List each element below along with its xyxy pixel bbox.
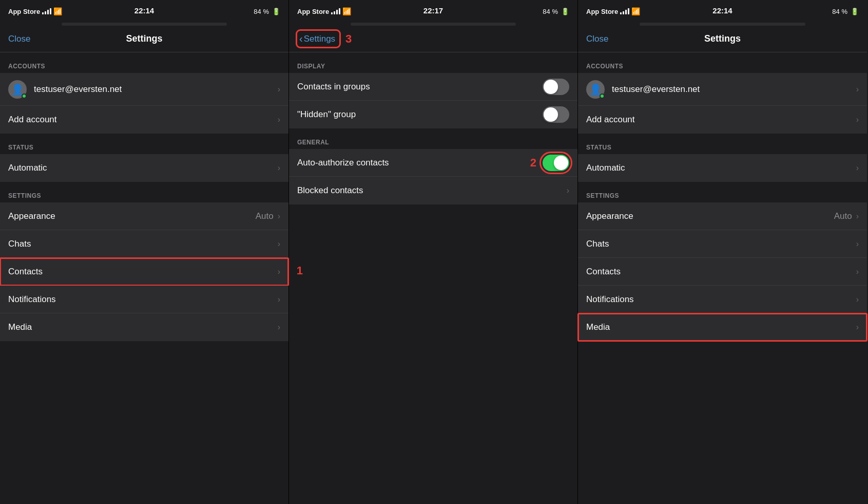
auto-authorize-label: Auto-authorize contacts (297, 158, 530, 168)
status-bar-left-2: App Store 📶 (297, 7, 351, 15)
signal-bar-2-4 (339, 8, 340, 14)
status-bar-right-3: 84 % 🔋 (832, 8, 859, 15)
appearance-label-3: Appearance (586, 211, 834, 221)
add-account-row-1[interactable]: Add account › (0, 106, 288, 134)
display-group-2: Contacts in groups "Hidden" group (289, 73, 577, 128)
blocked-contacts-row[interactable]: Blocked contacts › (289, 177, 577, 204)
section-header-settings-3: SETTINGS (578, 182, 867, 202)
chevron-appearance-3: › (856, 212, 859, 221)
hidden-group-row[interactable]: "Hidden" group (289, 101, 577, 128)
signal-bar-2-1 (331, 12, 333, 14)
account-row-1[interactable]: 👤 testuser@eversten.net › (0, 73, 288, 106)
appearance-row-1[interactable]: Appearance Auto › (0, 202, 288, 230)
status-group-1: Automatic › (0, 154, 288, 182)
nav-bar-3: Close Settings (578, 26, 867, 52)
chevron-add-account-3: › (856, 115, 859, 124)
media-row-1[interactable]: Media › (0, 313, 288, 341)
close-button-3[interactable]: Close (586, 34, 608, 44)
status-row-1[interactable]: Automatic › (0, 154, 288, 182)
account-row-3[interactable]: 👤 testuser@eversten.net › (578, 73, 867, 106)
section-header-accounts-3: ACCOUNTS (578, 52, 867, 73)
toggle-knob-auto-auth (554, 156, 568, 170)
carrier-label-1: App Store (8, 8, 40, 15)
signal-bar-4 (50, 8, 51, 14)
status-bar-right-2: 84 % 🔋 (543, 8, 569, 15)
add-account-row-3[interactable]: Add account › (578, 106, 867, 134)
auto-authorize-toggle[interactable] (543, 155, 569, 171)
settings-group-3: Appearance Auto › Chats › Contacts › Not… (578, 202, 867, 341)
nav-title-1: Settings (126, 33, 162, 44)
media-label-3: Media (586, 322, 856, 332)
status-label-1: Automatic (8, 163, 278, 173)
chevron-blocked: › (567, 186, 569, 195)
user-icon-3: 👤 (589, 83, 602, 96)
toggle-knob-contacts-groups (544, 80, 558, 94)
battery-icon-2: 🔋 (561, 8, 569, 15)
status-bar-right-1: 84 % 🔋 (254, 8, 280, 15)
back-button-container-2: ‹ Settings 3 (297, 31, 352, 47)
status-bar-2: App Store 📶 22:17 84 % 🔋 (289, 0, 577, 23)
signal-bars-1 (42, 8, 51, 14)
appearance-row-3[interactable]: Appearance Auto › (578, 202, 867, 230)
chevron-media-3: › (856, 323, 859, 332)
status-bar-3: App Store 📶 22:14 84 % 🔋 (578, 0, 867, 23)
contacts-row-3[interactable]: Contacts › (578, 258, 867, 286)
nav-bar-1: Close Settings (0, 26, 288, 52)
online-dot-3 (600, 94, 605, 99)
avatar-1: 👤 (8, 80, 27, 99)
section-header-status-1: STATUS (0, 134, 288, 154)
status-bar-1: App Store 📶 22:14 84 % 🔋 (0, 0, 288, 23)
status-row-3[interactable]: Automatic › (578, 154, 867, 182)
media-row-3[interactable]: Media › (578, 313, 867, 341)
add-account-label-1: Add account (8, 115, 278, 125)
panel-3: App Store 📶 22:14 84 % 🔋 Close Settings … (578, 0, 867, 504)
online-dot-1 (22, 94, 27, 99)
accounts-group-1: 👤 testuser@eversten.net › Add account › (0, 73, 288, 134)
contacts-in-groups-toggle[interactable] (543, 79, 569, 95)
chevron-appearance-1: › (278, 212, 280, 221)
auto-authorize-row[interactable]: Auto-authorize contacts 2 (289, 149, 577, 177)
hidden-group-label: "Hidden" group (297, 109, 543, 120)
chevron-account-1: › (278, 85, 280, 94)
battery-percent-1: 84 % (254, 8, 269, 15)
contacts-in-groups-row[interactable]: Contacts in groups (289, 73, 577, 101)
signal-bar-3-4 (628, 8, 629, 14)
carrier-label-3: App Store (586, 8, 618, 15)
status-group-3: Automatic › (578, 154, 867, 182)
chats-label-3: Chats (586, 239, 856, 249)
section-header-accounts-1: ACCOUNTS (0, 52, 288, 73)
section-header-status-3: STATUS (578, 134, 867, 154)
notifications-row-1[interactable]: Notifications › (0, 286, 288, 313)
status-label-3: Automatic (586, 163, 856, 173)
hidden-group-toggle[interactable] (543, 106, 569, 123)
back-button-highlighted-2[interactable]: ‹ Settings (297, 31, 339, 47)
notifications-label-3: Notifications (586, 294, 856, 305)
time-1: 22:14 (134, 6, 154, 15)
annotation-1: 1 (297, 264, 303, 277)
appearance-label-1: Appearance (8, 211, 256, 221)
chats-row-1[interactable]: Chats › (0, 230, 288, 258)
panel-2: App Store 📶 22:17 84 % 🔋 ‹ Settings 3 D (289, 0, 578, 504)
chats-label-1: Chats (8, 239, 278, 249)
toggle-knob-hidden-group (544, 107, 558, 122)
time-3: 22:14 (712, 6, 732, 15)
contacts-label-3: Contacts (586, 267, 856, 277)
section-header-display-2: DISPLAY (289, 52, 577, 73)
battery-icon-1: 🔋 (272, 8, 280, 15)
back-label-2: Settings (304, 34, 335, 44)
contacts-row-1[interactable]: Contacts › (0, 258, 288, 286)
auto-authorize-controls: 2 (530, 155, 569, 171)
chats-row-3[interactable]: Chats › (578, 230, 867, 258)
section-header-general-2: GENERAL (289, 128, 577, 149)
chevron-contacts-1: › (278, 267, 280, 276)
chevron-status-3: › (856, 163, 859, 173)
chevron-add-account-1: › (278, 115, 280, 124)
signal-bar-3-2 (623, 11, 624, 14)
status-bar-left-1: App Store 📶 (8, 7, 62, 15)
chevron-contacts-3: › (856, 267, 859, 276)
close-button-1[interactable]: Close (8, 34, 30, 44)
chevron-chats-1: › (278, 239, 280, 249)
notifications-row-3[interactable]: Notifications › (578, 286, 867, 313)
media-label-1: Media (8, 322, 278, 332)
signal-bar-2-2 (334, 11, 335, 14)
